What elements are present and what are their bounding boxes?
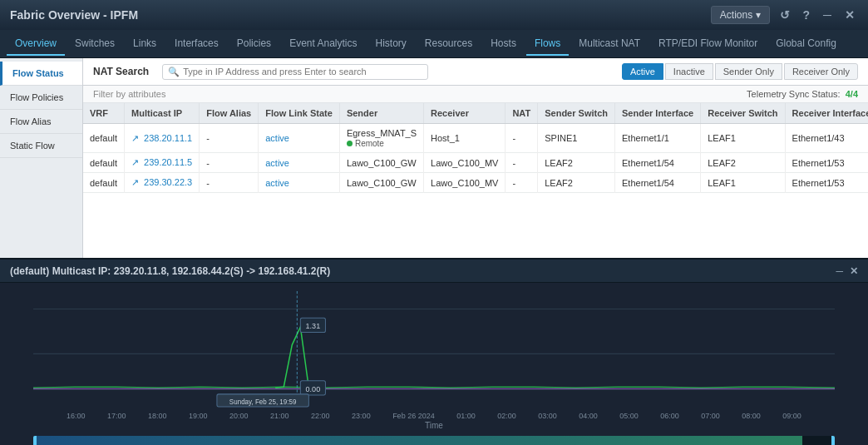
sidebar-item-static-flow[interactable]: Static Flow (0, 134, 82, 158)
tab-rtp-edi[interactable]: RTP/EDI Flow Monitor (650, 32, 766, 56)
mini-handle-right[interactable] (831, 436, 835, 445)
time-label-8: Feb 26 2024 (392, 412, 435, 420)
time-label-9: 01:00 (456, 412, 476, 420)
main-content: Flow Status Flow Policies Flow Alias Sta… (0, 58, 868, 258)
cell-sender-2: Lawo_C100_GW (339, 173, 423, 193)
sidebar-item-flow-alias[interactable]: Flow Alias (0, 110, 82, 134)
cell-sender-switch-0: SPINE1 (538, 124, 615, 153)
tab-links[interactable]: Links (125, 32, 165, 56)
search-input[interactable] (183, 67, 416, 77)
tab-global-config[interactable]: Global Config (767, 32, 845, 56)
flow-link-state-2[interactable]: active (265, 178, 289, 188)
cell-nat-2: - (506, 173, 538, 193)
time-label-10: 02:00 (497, 412, 516, 420)
cell-vrf-2: default (83, 173, 125, 193)
refresh-icon[interactable]: ↺ (777, 7, 793, 23)
cell-receiver-switch-0: LEAF1 (701, 124, 785, 153)
cell-receiver-interface-0: Ethernet1/43 (785, 124, 868, 153)
close-icon[interactable]: ✕ (841, 7, 858, 23)
title-bar: Fabric Overview - IPFM Actions ▾ ↺ ? ─ ✕ (0, 0, 868, 30)
time-label-4: 20:00 (229, 412, 249, 420)
col-vrf: VRF (83, 103, 125, 124)
cell-flow-link-state-0: active (259, 124, 340, 153)
minimize-panel-icon[interactable]: ─ (836, 265, 843, 277)
chart-svg: 1 0 1.31 0.00 Sunday, Feb 25, 19:59 (33, 291, 835, 408)
cell-flow-link-state-1: active (259, 153, 340, 173)
cell-sender-interface-1: Ethernet1/54 (615, 153, 701, 173)
time-label-1: 17:00 (107, 412, 126, 420)
nav-tabs: Overview Switches Links Interfaces Polic… (0, 30, 868, 58)
table-container: VRF Multicast IP Flow Alias Flow Link St… (83, 103, 868, 258)
cell-multicast-ip-2: ↗ 239.30.22.3 (125, 173, 200, 193)
tab-hosts[interactable]: Hosts (482, 32, 525, 56)
close-panel-icon[interactable]: ✕ (850, 265, 858, 277)
sidebar-item-flow-status[interactable]: Flow Status (0, 62, 82, 86)
time-label-0: 16:00 (67, 412, 86, 420)
multicast-ip-link-1[interactable]: 239.20.11.5 (144, 157, 192, 167)
filter-receiver-only-button[interactable]: Receiver Only (784, 63, 858, 80)
tab-resources[interactable]: Resources (417, 32, 481, 56)
cell-sender-interface-2: Ethernet1/54 (615, 173, 701, 193)
tab-policies[interactable]: Policies (229, 32, 279, 56)
time-axis: 16:00 17:00 18:00 19:00 20:00 21:00 22:0… (33, 412, 835, 420)
svg-text:0.00: 0.00 (306, 384, 321, 393)
time-label-2: 18:00 (148, 412, 167, 420)
svg-text:1.31: 1.31 (306, 322, 321, 330)
tab-overview[interactable]: Overview (7, 32, 65, 56)
col-flow-link-state: Flow Link State (259, 103, 340, 124)
remote-badge-0: Remote (347, 139, 384, 148)
sidebar: Flow Status Flow Policies Flow Alias Sta… (0, 58, 83, 258)
bottom-title-icons: ─ ✕ (836, 265, 858, 277)
col-receiver: Receiver (424, 103, 506, 124)
table-row[interactable]: default ↗ 239.30.22.3 - active Lawo_C100… (83, 173, 868, 193)
cell-nat-0: - (506, 124, 538, 153)
filter-active-button[interactable]: Active (622, 63, 663, 80)
time-label-3: 19:00 (189, 412, 208, 420)
tab-multicast-nat[interactable]: Multicast NAT (570, 32, 649, 56)
col-receiver-interface: Receiver Interface (785, 103, 868, 124)
filter-sender-only-button[interactable]: Sender Only (715, 63, 782, 80)
multicast-ip-link-2[interactable]: 239.30.22.3 (144, 177, 192, 187)
tab-event-analytics[interactable]: Event Analytics (281, 32, 365, 56)
mini-handle-left[interactable] (33, 436, 37, 445)
filter-attrs-label[interactable]: Filter by attributes (93, 89, 165, 99)
cell-receiver-switch-2: LEAF1 (701, 173, 785, 193)
cell-receiver-switch-1: LEAF2 (701, 153, 785, 173)
cell-receiver-interface-2: Ethernet1/53 (785, 173, 868, 193)
telemetry-count: 4/4 (846, 89, 858, 99)
cell-receiver-1: Lawo_C100_MV (424, 153, 506, 173)
time-label-12: 04:00 (579, 412, 598, 420)
time-label-15: 07:00 (701, 412, 720, 420)
cell-receiver-0: Host_1 (424, 124, 506, 153)
help-icon[interactable]: ? (800, 7, 814, 23)
flows-table: VRF Multicast IP Flow Alias Flow Link St… (83, 103, 868, 193)
cell-flow-link-state-2: active (259, 173, 340, 193)
minimize-icon[interactable]: ─ (820, 7, 835, 23)
cell-sender-1: Lawo_C100_GW (339, 153, 423, 173)
filter-inactive-button[interactable]: Inactive (665, 63, 713, 80)
flow-link-state-1[interactable]: active (265, 158, 289, 168)
col-nat: NAT (506, 103, 538, 124)
flow-link-state-0[interactable]: active (265, 133, 289, 143)
search-icon: 🔍 (168, 67, 180, 77)
multicast-ip-link-0[interactable]: 238.20.11.1 (144, 133, 192, 143)
time-label-17: 09:00 (782, 412, 801, 420)
tab-switches[interactable]: Switches (67, 32, 123, 56)
time-x-label: Time (33, 421, 835, 430)
tab-flows[interactable]: Flows (526, 32, 569, 56)
tab-history[interactable]: History (367, 32, 415, 56)
table-row[interactable]: default ↗ 239.20.11.5 - active Lawo_C100… (83, 153, 868, 173)
app-title: Fabric Overview - IPFM (10, 8, 711, 22)
col-sender: Sender (339, 103, 423, 124)
col-sender-switch: Sender Switch (538, 103, 615, 124)
col-sender-interface: Sender Interface (615, 103, 701, 124)
table-row[interactable]: default ↗ 238.20.11.1 - active Egress_MN… (83, 124, 868, 153)
sidebar-item-flow-policies[interactable]: Flow Policies (0, 86, 82, 110)
mini-chart[interactable] (33, 436, 835, 445)
cell-sender-switch-1: LEAF2 (538, 153, 615, 173)
tab-interfaces[interactable]: Interfaces (166, 32, 227, 56)
time-label-13: 05:00 (619, 412, 639, 420)
actions-button[interactable]: Actions ▾ (711, 6, 770, 24)
nat-search-label: NAT Search (93, 66, 149, 77)
cell-vrf-1: default (83, 153, 125, 173)
